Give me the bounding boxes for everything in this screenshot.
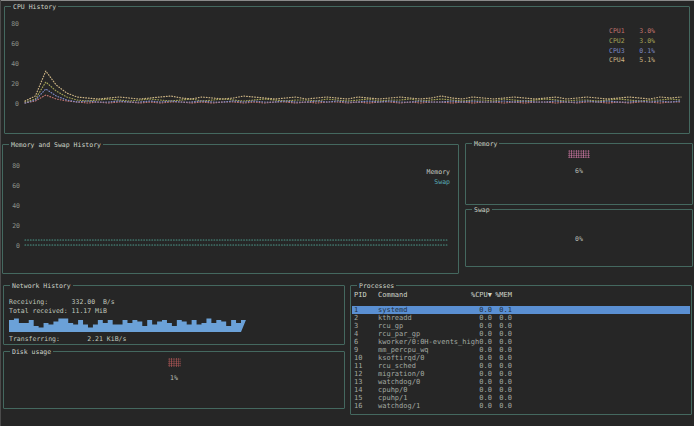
- process-mem: 0.0: [490, 314, 512, 322]
- network-history-panel: Network History Receiving: 332.00 B/s To…: [3, 285, 345, 345]
- process-command: cpuhp/1: [378, 394, 408, 402]
- process-cpu: 0.0: [462, 378, 492, 386]
- processes-table: 1systemd0.00.12kthreadd0.00.03rcu_gp0.00…: [352, 306, 690, 410]
- process-mem: 0.0: [490, 402, 512, 410]
- disk-percent: 1%: [170, 374, 178, 382]
- process-row[interactable]: 11rcu_sched0.00.0: [352, 362, 690, 370]
- process-row[interactable]: 2kthreadd0.00.0: [352, 314, 690, 322]
- process-cpu: 0.0: [462, 338, 492, 346]
- process-cpu: 0.0: [462, 386, 492, 394]
- swap-panel: Swap 0%: [465, 209, 693, 267]
- cpu-legend-row-cpu2: CPU2 3.0%: [609, 37, 655, 47]
- disk-usage-panel: Disk usage 1%: [3, 351, 345, 409]
- process-pid: 13: [354, 378, 374, 386]
- process-mem: 0.0: [490, 354, 512, 362]
- process-mem: 0.0: [490, 338, 512, 346]
- process-mem: 0.0: [490, 346, 512, 354]
- process-command: rcu_gp: [378, 322, 403, 330]
- memswap-legend-memory: Memory: [427, 168, 450, 178]
- process-row[interactable]: 14cpuhp/00.00.0: [352, 386, 690, 394]
- cpu-chart: [5, 7, 689, 133]
- process-cpu: 0.0: [462, 314, 492, 322]
- process-row[interactable]: 1systemd0.00.1: [352, 306, 690, 314]
- process-row[interactable]: 6kworker/0:0H-events_high0.00.0: [352, 338, 690, 346]
- process-row[interactable]: 3rcu_gp0.00.0: [352, 322, 690, 330]
- process-cpu: 0.0: [462, 322, 492, 330]
- memory-percent: 6%: [575, 167, 583, 175]
- process-cpu: 0.0: [462, 362, 492, 370]
- process-command: ksoftirqd/0: [378, 354, 424, 362]
- disk-gauge-dots: [168, 358, 181, 367]
- network-transferring-line: Transferring: 2.21 KiB/s: [9, 335, 126, 343]
- process-pid: 4: [354, 330, 374, 338]
- process-pid: 3: [354, 322, 374, 330]
- cpu1-label: CPU1: [609, 27, 628, 37]
- disk-gauge: 1%: [4, 352, 344, 382]
- window-left-edge: [0, 0, 1, 426]
- process-mem: 0.0: [490, 378, 512, 386]
- column-header-mem[interactable]: %MEM: [490, 291, 512, 299]
- cpu-legend-row-cpu3: CPU3 0.1%: [609, 47, 655, 57]
- process-command: rcu_sched: [378, 362, 416, 370]
- process-pid: 11: [354, 362, 374, 370]
- system-monitor-window: { "window": { "bg": "#262626", "border_c…: [0, 0, 694, 426]
- process-command: cpuhp/0: [378, 386, 408, 394]
- process-pid: 10: [354, 354, 374, 362]
- process-command: watchdog/1: [378, 402, 420, 410]
- process-mem: 0.1: [490, 306, 512, 314]
- process-mem: 0.0: [490, 394, 512, 402]
- cpu-history-panel: CPU History 80 60 40 20 0 CPU1 3.0% CPU2…: [4, 6, 690, 134]
- process-mem: 0.0: [490, 386, 512, 394]
- cpu4-label: CPU4: [609, 56, 628, 66]
- process-pid: 2: [354, 314, 374, 322]
- swap-percent: 0%: [575, 235, 583, 243]
- process-pid: 16: [354, 402, 374, 410]
- cpu4-value: 5.1%: [628, 56, 655, 66]
- cpu3-value: 0.1%: [628, 47, 655, 57]
- process-pid: 1: [354, 306, 374, 314]
- column-header-cpu-sort-desc[interactable]: %CPU▼: [462, 291, 492, 299]
- process-row[interactable]: 4rcu_par_gp0.00.0: [352, 330, 690, 338]
- process-pid: 14: [354, 386, 374, 394]
- column-header-command[interactable]: Command: [378, 291, 408, 299]
- process-command: mm_percpu_wq: [378, 346, 429, 354]
- process-pid: 6: [354, 338, 374, 346]
- process-row[interactable]: 13watchdog/00.00.0: [352, 378, 690, 386]
- process-command: migration/0: [378, 370, 424, 378]
- process-cpu: 0.0: [462, 370, 492, 378]
- cpu2-label: CPU2: [609, 37, 628, 47]
- cpu-legend-row-cpu1: CPU1 3.0%: [609, 27, 655, 37]
- processes-panel: Processes PID Command %CPU▼ %MEM 1system…: [350, 285, 692, 415]
- process-pid: 12: [354, 370, 374, 378]
- process-command: systemd: [378, 306, 408, 314]
- cpu-legend: CPU1 3.0% CPU2 3.0% CPU3 0.1% CPU4 5.1%: [609, 27, 655, 66]
- process-cpu: 0.0: [462, 346, 492, 354]
- memory-gauge-dots: [568, 150, 590, 158]
- process-cpu: 0.0: [462, 306, 492, 314]
- cpu1-value: 3.0%: [628, 27, 655, 37]
- process-command: watchdog/0: [378, 378, 420, 386]
- window-top-edge: [0, 0, 694, 1]
- memory-swap-history-panel: Memory and Swap History 80 60 40 20 0 Me…: [2, 144, 459, 274]
- process-row[interactable]: 16watchdog/10.00.0: [352, 402, 690, 410]
- process-row[interactable]: 10ksoftirqd/00.00.0: [352, 354, 690, 362]
- memory-gauge: 6%: [466, 144, 692, 175]
- process-mem: 0.0: [490, 330, 512, 338]
- process-row[interactable]: 15cpuhp/10.00.0: [352, 394, 690, 402]
- cpu-legend-row-cpu4: CPU4 5.1%: [609, 56, 655, 66]
- process-cpu: 0.0: [462, 394, 492, 402]
- process-row[interactable]: 9mm_percpu_wq0.00.0: [352, 346, 690, 354]
- cpu2-value: 3.0%: [628, 37, 655, 47]
- process-command: rcu_par_gp: [378, 330, 420, 338]
- processes-header-row: PID Command %CPU▼ %MEM: [352, 291, 690, 299]
- process-pid: 9: [354, 346, 374, 354]
- process-row[interactable]: 12migration/00.00.0: [352, 370, 690, 378]
- processes-title: Processes: [357, 282, 396, 290]
- process-mem: 0.0: [490, 362, 512, 370]
- memswap-legend-swap: Swap: [427, 178, 450, 188]
- memswap-chart: [3, 145, 458, 273]
- column-header-pid[interactable]: PID: [354, 291, 374, 299]
- process-cpu: 0.0: [462, 330, 492, 338]
- memswap-legend: Memory Swap: [427, 168, 450, 187]
- cpu3-label: CPU3: [609, 47, 628, 57]
